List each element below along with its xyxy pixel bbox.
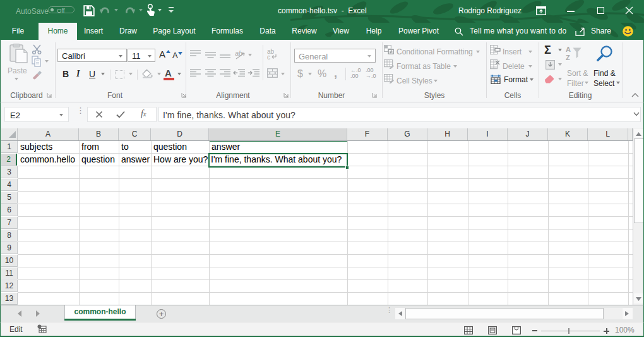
svg-text:Z: Z bbox=[566, 54, 570, 61]
svg-text:ab: ab bbox=[235, 49, 242, 57]
svg-text:A: A bbox=[566, 46, 571, 53]
svg-text:c: c bbox=[267, 54, 270, 59]
